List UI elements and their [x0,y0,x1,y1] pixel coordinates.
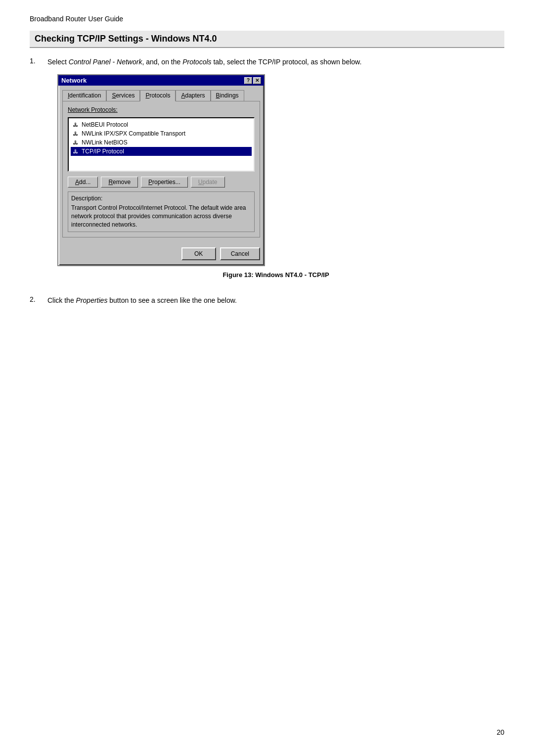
tab-bindings[interactable]: Bindings [211,90,244,101]
description-box: Description: Transport Control Protocol/… [68,191,255,232]
dialog-body: Identification Services Protocols Adapte… [58,86,264,265]
list-item-nwlink-ipx[interactable]: 🖧 NWLink IPX/SPX Compatible Transport [71,129,252,138]
action-buttons-row: Add... Remove Properties... Update [68,177,255,188]
step-2-text: Click the Properties button to see a scr… [47,295,504,306]
header-title: Broadband Router User Guide [30,15,123,23]
tab-protocols[interactable]: Protocols [140,90,176,101]
step-1-text: Select Control Panel - Network, and, on … [47,57,504,67]
cancel-button[interactable]: Cancel [220,247,260,260]
list-item-netbeui[interactable]: 🖧 NetBEUI Protocol [71,120,252,129]
ok-button[interactable]: OK [181,247,216,260]
dialog-title: Network [61,77,87,84]
step-1: 1. Select Control Panel - Network, and, … [30,57,504,287]
ok-cancel-row: OK Cancel [62,244,260,261]
remove-button[interactable]: Remove [101,177,138,188]
step-2-number: 2. [30,295,47,313]
update-button[interactable]: Update [191,177,225,188]
steps-list: 1. Select Control Panel - Network, and, … [30,57,504,313]
step-1-content: Select Control Panel - Network, and, on … [47,57,504,287]
description-text: Transport Control Protocol/Internet Prot… [71,204,251,229]
nwlink-netbios-icon: 🖧 [72,139,80,146]
page-header: Broadband Router User Guide [30,15,504,23]
dialog-title-bar: Network ? ✕ [58,75,264,86]
add-button[interactable]: Add... [68,177,98,188]
network-dialog: Network ? ✕ Identification Services [57,74,265,266]
title-buttons: ? ✕ [244,77,261,84]
tcpip-icon: 🖧 [72,147,80,155]
step-1-number: 1. [30,57,47,287]
list-item-tcpip[interactable]: 🖧 TCP/IP Protocol [71,147,252,156]
nwlink-ipx-icon: 🖧 [72,130,80,138]
description-label: Description: [71,195,251,202]
tab-adapters[interactable]: Adapters [176,90,210,101]
panel-label: Network Protocols: [68,106,255,113]
dialog-tabs: Identification Services Protocols Adapte… [62,90,260,101]
step-2-content: Click the Properties button to see a scr… [47,295,504,313]
tab-identification[interactable]: Identification [62,90,106,101]
list-item-nwlink-netbios[interactable]: 🖧 NWLink NetBIOS [71,138,252,147]
protocol-listbox[interactable]: 🖧 NetBEUI Protocol 🖧 NWLink IPX/SPX Comp… [68,117,255,172]
section-title: Checking TCP/IP Settings - Windows NT4.0 [30,31,504,48]
properties-button[interactable]: Properties... [141,177,188,188]
tab-services[interactable]: Services [106,90,140,101]
figure-caption: Figure 13: Windows NT4.0 - TCP/IP [47,271,504,279]
help-button[interactable]: ? [244,77,252,84]
step-2: 2. Click the Properties button to see a … [30,295,504,313]
protocols-panel: Network Protocols: 🖧 NetBEUI Protocol 🖧 … [62,101,260,237]
netbeui-icon: 🖧 [72,121,80,129]
page-number: 20 [496,728,504,736]
close-button[interactable]: ✕ [253,77,261,84]
